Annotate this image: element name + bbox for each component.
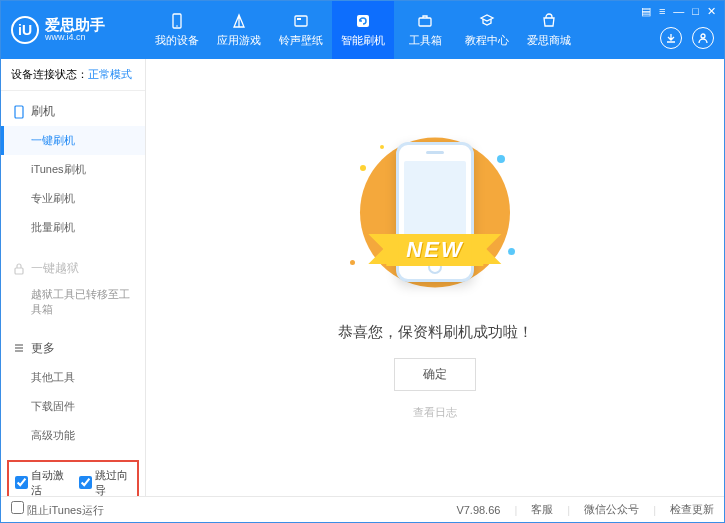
main-content: NEW 恭喜您，保资料刷机成功啦！ 确定 查看日志 [146,59,724,496]
wallpaper-icon [292,12,310,30]
sidebar-item-advanced[interactable]: 高级功能 [1,421,145,450]
close-icon[interactable]: ✕ [707,5,716,18]
window-controls: ▤ ≡ — □ ✕ [641,5,716,18]
maximize-icon[interactable]: □ [692,5,699,18]
new-ribbon: NEW [386,234,483,266]
sidebar-item-firmware[interactable]: 下载固件 [1,392,145,421]
menu-icon[interactable]: ▤ [641,5,651,18]
success-message: 恭喜您，保资料刷机成功啦！ [338,323,533,342]
store-icon [540,12,558,30]
settings-icon[interactable]: ≡ [659,5,665,18]
nav-apps[interactable]: 应用游戏 [208,1,270,59]
svg-rect-2 [295,16,307,26]
nav-my-device[interactable]: 我的设备 [146,1,208,59]
nav-ringtones[interactable]: 铃声壁纸 [270,1,332,59]
svg-rect-8 [15,268,23,274]
flash-icon [354,12,372,30]
app-title: 爱思助手 [45,17,105,34]
download-button[interactable] [660,27,682,49]
sidebar-more-head[interactable]: 更多 [1,334,145,363]
nav-toolbox[interactable]: 工具箱 [394,1,456,59]
svg-rect-7 [15,106,23,118]
sidebar: 设备连接状态：正常模式 刷机 一键刷机 iTunes刷机 专业刷机 批量刷机 一… [1,59,146,496]
options-row: 自动激活 跳过向导 [7,460,139,496]
sidebar-item-oneclick[interactable]: 一键刷机 [1,126,145,155]
logo: iU 爱思助手 www.i4.cn [1,16,146,44]
version-label: V7.98.66 [456,504,500,516]
success-illustration: NEW [340,135,530,305]
app-header: iU 爱思助手 www.i4.cn 我的设备 应用游戏 铃声壁纸 智能刷机 [1,1,724,59]
toolbox-icon [416,12,434,30]
svg-point-1 [176,25,178,27]
phone-icon [13,105,25,119]
sidebar-item-itunes[interactable]: iTunes刷机 [1,155,145,184]
footer-service[interactable]: 客服 [531,502,553,517]
sidebar-flash-head[interactable]: 刷机 [1,97,145,126]
apps-icon [230,12,248,30]
footer-update[interactable]: 检查更新 [670,502,714,517]
nav-flash[interactable]: 智能刷机 [332,1,394,59]
sidebar-item-batch[interactable]: 批量刷机 [1,213,145,242]
sidebar-item-pro[interactable]: 专业刷机 [1,184,145,213]
nav-store[interactable]: 爱思商城 [518,1,580,59]
connection-status: 设备连接状态：正常模式 [1,59,145,91]
view-log-link[interactable]: 查看日志 [413,405,457,420]
app-url: www.i4.cn [45,33,105,43]
svg-rect-4 [357,15,369,27]
checkbox-skip-guide[interactable]: 跳过向导 [79,468,131,496]
svg-point-6 [701,34,705,38]
device-icon [168,12,186,30]
list-icon [13,342,25,354]
confirm-button[interactable]: 确定 [394,358,476,391]
jailbreak-note: 越狱工具已转移至工具箱 [1,283,145,322]
lock-icon [13,263,25,275]
logo-icon: iU [11,16,39,44]
svg-rect-5 [419,18,431,26]
account-button[interactable] [692,27,714,49]
svg-rect-3 [297,18,301,20]
checkbox-block-itunes[interactable]: 阻止iTunes运行 [11,501,104,518]
checkbox-auto-activate[interactable]: 自动激活 [15,468,67,496]
nav-tutorials[interactable]: 教程中心 [456,1,518,59]
main-nav: 我的设备 应用游戏 铃声壁纸 智能刷机 工具箱 教程中心 [146,1,580,59]
sidebar-jailbreak-head: 一键越狱 [1,254,145,283]
sidebar-item-other[interactable]: 其他工具 [1,363,145,392]
minimize-icon[interactable]: — [673,5,684,18]
footer-wechat[interactable]: 微信公众号 [584,502,639,517]
tutorial-icon [478,12,496,30]
footer: 阻止iTunes运行 V7.98.66 | 客服 | 微信公众号 | 检查更新 [1,496,724,522]
